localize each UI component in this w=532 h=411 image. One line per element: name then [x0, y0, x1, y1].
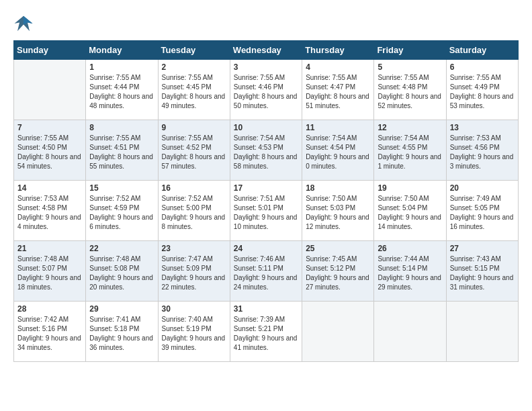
calendar-cell: 12Sunrise: 7:54 AMSunset: 4:55 PMDayligh…	[374, 120, 446, 181]
calendar-cell: 24Sunrise: 7:46 AMSunset: 5:11 PMDayligh…	[230, 241, 302, 302]
day-info: Sunrise: 7:50 AMSunset: 5:04 PMDaylight:…	[378, 194, 442, 232]
calendar-cell: 14Sunrise: 7:53 AMSunset: 4:58 PMDayligh…	[14, 181, 86, 241]
calendar-cell: 7Sunrise: 7:55 AMSunset: 4:50 PMDaylight…	[14, 120, 86, 181]
day-number: 6	[450, 62, 515, 72]
day-info: Sunrise: 7:55 AMSunset: 4:46 PMDaylight:…	[234, 73, 298, 111]
day-info: Sunrise: 7:52 AMSunset: 5:00 PMDaylight:…	[162, 194, 226, 232]
day-info: Sunrise: 7:53 AMSunset: 4:58 PMDaylight:…	[17, 194, 82, 232]
day-number: 7	[17, 123, 82, 132]
day-number: 24	[234, 244, 298, 253]
day-number: 28	[17, 304, 82, 314]
day-number: 11	[306, 123, 370, 132]
calendar-cell: 6Sunrise: 7:55 AMSunset: 4:49 PMDaylight…	[446, 60, 518, 120]
day-number: 5	[378, 62, 442, 72]
day-info: Sunrise: 7:52 AMSunset: 4:59 PMDaylight:…	[89, 194, 154, 232]
day-info: Sunrise: 7:41 AMSunset: 5:18 PMDaylight:…	[89, 315, 154, 353]
day-info: Sunrise: 7:54 AMSunset: 4:53 PMDaylight:…	[234, 134, 298, 171]
calendar-cell: 22Sunrise: 7:48 AMSunset: 5:08 PMDayligh…	[86, 241, 158, 302]
calendar-cell: 18Sunrise: 7:50 AMSunset: 5:03 PMDayligh…	[302, 181, 374, 241]
day-info: Sunrise: 7:46 AMSunset: 5:11 PMDaylight:…	[234, 255, 298, 292]
day-info: Sunrise: 7:55 AMSunset: 4:49 PMDaylight:…	[450, 73, 515, 111]
calendar-cell: 3Sunrise: 7:55 AMSunset: 4:46 PMDaylight…	[230, 60, 302, 120]
day-info: Sunrise: 7:49 AMSunset: 5:05 PMDaylight:…	[450, 194, 515, 232]
day-number: 13	[450, 123, 515, 132]
calendar-week-row: 7Sunrise: 7:55 AMSunset: 4:50 PMDaylight…	[14, 120, 519, 181]
day-number: 14	[17, 183, 82, 193]
svg-marker-1	[24, 16, 33, 25]
day-info: Sunrise: 7:48 AMSunset: 5:07 PMDaylight:…	[17, 255, 82, 292]
day-number: 3	[234, 62, 298, 72]
day-info: Sunrise: 7:54 AMSunset: 4:55 PMDaylight:…	[378, 134, 442, 171]
day-info: Sunrise: 7:55 AMSunset: 4:48 PMDaylight:…	[378, 73, 442, 111]
day-number: 17	[234, 183, 298, 193]
calendar-cell	[14, 60, 86, 120]
day-info: Sunrise: 7:55 AMSunset: 4:50 PMDaylight:…	[17, 134, 82, 171]
calendar-cell: 17Sunrise: 7:51 AMSunset: 5:01 PMDayligh…	[230, 181, 302, 241]
day-info: Sunrise: 7:51 AMSunset: 5:01 PMDaylight:…	[234, 194, 298, 232]
calendar-cell: 31Sunrise: 7:39 AMSunset: 5:21 PMDayligh…	[230, 302, 302, 362]
day-number: 23	[162, 244, 226, 253]
day-info: Sunrise: 7:43 AMSunset: 5:15 PMDaylight:…	[450, 255, 515, 292]
day-number: 20	[450, 183, 515, 193]
calendar-cell: 23Sunrise: 7:47 AMSunset: 5:09 PMDayligh…	[158, 241, 230, 302]
calendar-cell: 4Sunrise: 7:55 AMSunset: 4:47 PMDaylight…	[302, 60, 374, 120]
day-number: 22	[89, 244, 154, 253]
day-number: 4	[306, 62, 370, 72]
calendar-cell: 10Sunrise: 7:54 AMSunset: 4:53 PMDayligh…	[230, 120, 302, 181]
day-number: 25	[306, 244, 370, 253]
day-number: 30	[162, 304, 226, 314]
calendar-cell: 29Sunrise: 7:41 AMSunset: 5:18 PMDayligh…	[86, 302, 158, 362]
day-number: 21	[17, 244, 82, 253]
weekday-header-friday: Friday	[374, 41, 446, 60]
day-number: 29	[89, 304, 154, 314]
day-info: Sunrise: 7:39 AMSunset: 5:21 PMDaylight:…	[234, 315, 298, 353]
day-info: Sunrise: 7:44 AMSunset: 5:14 PMDaylight:…	[378, 255, 442, 292]
day-number: 16	[162, 183, 226, 193]
logo	[13, 13, 36, 34]
day-info: Sunrise: 7:55 AMSunset: 4:52 PMDaylight:…	[162, 134, 226, 171]
day-info: Sunrise: 7:55 AMSunset: 4:51 PMDaylight:…	[89, 134, 154, 171]
day-info: Sunrise: 7:55 AMSunset: 4:44 PMDaylight:…	[89, 73, 154, 111]
day-info: Sunrise: 7:45 AMSunset: 5:12 PMDaylight:…	[306, 255, 370, 292]
calendar-cell: 26Sunrise: 7:44 AMSunset: 5:14 PMDayligh…	[374, 241, 446, 302]
day-number: 27	[450, 244, 515, 253]
day-number: 10	[234, 123, 298, 132]
weekday-header-sunday: Sunday	[14, 41, 86, 60]
calendar-cell	[302, 302, 374, 362]
day-number: 19	[378, 183, 442, 193]
calendar-cell: 27Sunrise: 7:43 AMSunset: 5:15 PMDayligh…	[446, 241, 518, 302]
day-info: Sunrise: 7:47 AMSunset: 5:09 PMDaylight:…	[162, 255, 226, 292]
day-info: Sunrise: 7:53 AMSunset: 4:56 PMDaylight:…	[450, 134, 515, 171]
calendar-week-row: 1Sunrise: 7:55 AMSunset: 4:44 PMDaylight…	[14, 60, 519, 120]
day-number: 9	[162, 123, 226, 132]
calendar-week-row: 21Sunrise: 7:48 AMSunset: 5:07 PMDayligh…	[14, 241, 519, 302]
day-number: 26	[378, 244, 442, 253]
weekday-header-row: SundayMondayTuesdayWednesdayThursdayFrid…	[14, 41, 519, 60]
calendar-cell: 5Sunrise: 7:55 AMSunset: 4:48 PMDaylight…	[374, 60, 446, 120]
calendar-cell	[446, 302, 518, 362]
day-info: Sunrise: 7:55 AMSunset: 4:47 PMDaylight:…	[306, 73, 370, 111]
calendar-cell: 1Sunrise: 7:55 AMSunset: 4:44 PMDaylight…	[86, 60, 158, 120]
calendar-cell: 30Sunrise: 7:40 AMSunset: 5:19 PMDayligh…	[158, 302, 230, 362]
day-info: Sunrise: 7:40 AMSunset: 5:19 PMDaylight:…	[162, 315, 226, 353]
weekday-header-thursday: Thursday	[302, 41, 374, 60]
day-info: Sunrise: 7:42 AMSunset: 5:16 PMDaylight:…	[17, 315, 82, 353]
calendar-cell: 19Sunrise: 7:50 AMSunset: 5:04 PMDayligh…	[374, 181, 446, 241]
calendar-cell: 28Sunrise: 7:42 AMSunset: 5:16 PMDayligh…	[14, 302, 86, 362]
day-number: 12	[378, 123, 442, 132]
weekday-header-tuesday: Tuesday	[158, 41, 230, 60]
calendar-cell: 2Sunrise: 7:55 AMSunset: 4:45 PMDaylight…	[158, 60, 230, 120]
page-header	[13, 13, 519, 34]
calendar-cell: 13Sunrise: 7:53 AMSunset: 4:56 PMDayligh…	[446, 120, 518, 181]
day-number: 8	[89, 123, 154, 132]
calendar-cell: 8Sunrise: 7:55 AMSunset: 4:51 PMDaylight…	[86, 120, 158, 181]
calendar-cell: 20Sunrise: 7:49 AMSunset: 5:05 PMDayligh…	[446, 181, 518, 241]
day-number: 15	[89, 183, 154, 193]
day-info: Sunrise: 7:48 AMSunset: 5:08 PMDaylight:…	[89, 255, 154, 292]
calendar-cell: 9Sunrise: 7:55 AMSunset: 4:52 PMDaylight…	[158, 120, 230, 181]
day-info: Sunrise: 7:55 AMSunset: 4:45 PMDaylight:…	[162, 73, 226, 111]
calendar-cell: 21Sunrise: 7:48 AMSunset: 5:07 PMDayligh…	[14, 241, 86, 302]
weekday-header-saturday: Saturday	[446, 41, 518, 60]
day-info: Sunrise: 7:50 AMSunset: 5:03 PMDaylight:…	[306, 194, 370, 232]
logo-icon	[13, 13, 34, 34]
